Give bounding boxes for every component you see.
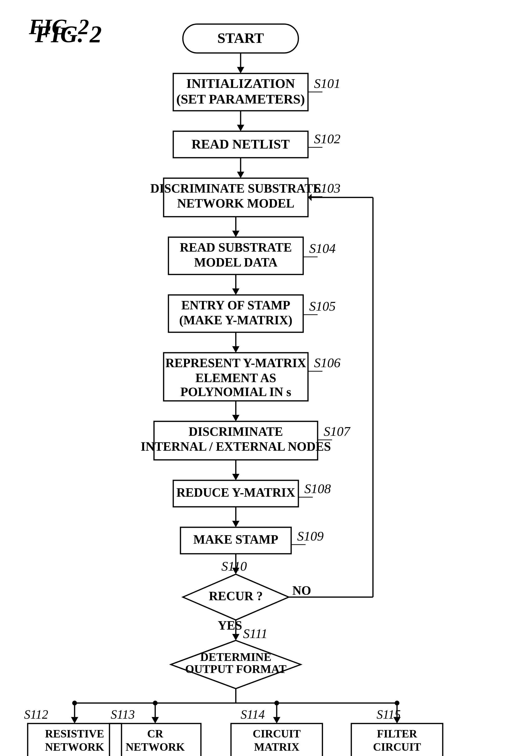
arrowhead-s103-s104	[232, 230, 240, 237]
s114-line1: CIRCUIT	[253, 728, 300, 740]
arrowhead-s114	[273, 717, 280, 723]
arrowhead-s112	[71, 717, 78, 723]
s102-step: S102	[314, 131, 341, 146]
s110-yes-label: YES	[218, 618, 242, 632]
s113-line1: CR	[147, 728, 164, 740]
s104-line2: MODEL DATA	[194, 256, 278, 269]
arrowhead-s107-s108	[232, 474, 240, 480]
s106-line1: REPRESENT Y-MATRIX	[165, 356, 306, 370]
s106-line3: POLYNOMIAL IN s	[181, 385, 291, 399]
s110-no-label: NO	[292, 583, 311, 597]
s112-line1: RESISTIVE	[45, 728, 104, 740]
s110-label: RECUR ?	[209, 589, 263, 603]
dot-s114	[274, 701, 279, 705]
s115-line2: CIRCUIT	[373, 741, 421, 753]
s107-step: S107	[324, 424, 351, 439]
s101-line2: (SET PARAMETERS)	[176, 92, 305, 106]
arrowhead-s108-s109	[232, 521, 240, 527]
s110-step: S110	[221, 559, 247, 574]
s104-step: S104	[309, 241, 336, 256]
dot-s113	[153, 701, 158, 705]
page: FIG. 2 FIG. 2 START INITIALIZATION (SET …	[0, 0, 532, 756]
s112-line2: NETWORK	[45, 741, 104, 753]
arrowhead-s113	[152, 717, 159, 723]
s112-step: S112	[24, 708, 48, 721]
s108-step: S108	[304, 481, 331, 496]
arrowhead-s102-s103	[237, 172, 244, 178]
s109-label: MAKE STAMP	[193, 532, 278, 546]
s114-step: S114	[241, 708, 265, 721]
s105-line2: (MAKE Y-MATRIX)	[179, 313, 292, 327]
yes-arrowhead	[232, 634, 240, 640]
s101-step: S101	[314, 76, 341, 91]
s114-line2: MATRIX	[254, 741, 299, 753]
dot-s115	[394, 701, 399, 705]
figure-label: FIG. 2	[35, 21, 102, 47]
s104-line1: READ SUBSTRATE	[180, 240, 292, 254]
s111-line2: OUTPUT FORMAT	[185, 662, 287, 675]
s111-step: S111	[243, 626, 267, 641]
s109-step: S109	[297, 529, 324, 543]
s106-line2: ELEMENT AS	[195, 371, 276, 385]
arrowhead-s101-s102	[237, 125, 244, 131]
s115-step: S115	[377, 708, 401, 721]
arrowhead-s105-s106	[232, 346, 240, 353]
s101-line1: INITIALIZATION	[186, 76, 295, 91]
s105-step: S105	[309, 299, 336, 313]
s102-label: READ NETLIST	[191, 137, 290, 151]
s113-line2: NETWORK	[126, 741, 185, 753]
arrowhead-start-s101	[237, 67, 244, 73]
s107-line1: DISCRIMINATE	[189, 425, 283, 439]
start-label: START	[217, 30, 264, 46]
arrowhead-s106-s107	[232, 415, 240, 421]
s103-line1: DISCRIMINATE SUBSTRATE	[150, 181, 321, 195]
dot-s112	[72, 701, 77, 705]
s105-line1: ENTRY OF STAMP	[181, 298, 291, 312]
s115-line1: FILTER	[377, 728, 417, 740]
s103-line2: NETWORK MODEL	[177, 197, 294, 210]
s113-step: S113	[111, 708, 135, 721]
arrowhead-s104-s105	[232, 288, 240, 295]
s106-step: S106	[314, 355, 341, 370]
s103-step: S103	[314, 181, 341, 196]
s111-line1: DETERMINE	[200, 651, 271, 663]
s108-label: REDUCE Y-MATRIX	[176, 486, 295, 500]
s107-line2: INTERNAL / EXTERNAL NODES	[141, 440, 331, 453]
